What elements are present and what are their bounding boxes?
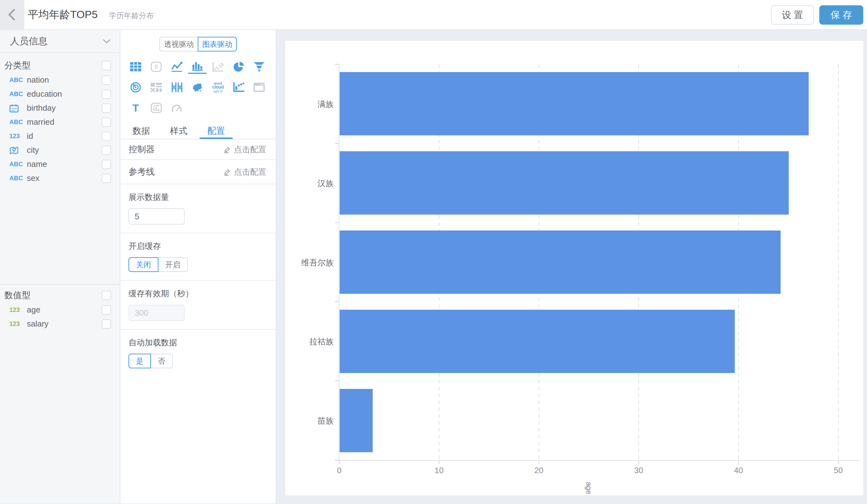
field-group-label: 分类型 [4, 60, 31, 72]
field-checkbox[interactable] [102, 305, 111, 315]
field-item-married[interactable]: ABCmarried [0, 115, 120, 129]
display-count-input[interactable] [128, 208, 185, 225]
kline-chart-icon [171, 82, 183, 93]
bar-chart-icon [191, 60, 204, 72]
dataset-selector[interactable]: 人员信息 [0, 30, 120, 53]
chart-type-china-map[interactable] [187, 77, 208, 98]
controller-row: 控制器 点击配置 [120, 139, 276, 160]
abc-icon: ABC [9, 161, 27, 168]
back-button[interactable] [0, 0, 24, 29]
line-chart-icon [171, 61, 183, 73]
group-checkbox[interactable] [102, 61, 111, 70]
x-axis-line [335, 460, 859, 461]
dataset-name: 人员信息 [10, 35, 47, 48]
cache-option-2[interactable]: 开启 [158, 257, 188, 272]
field-checkbox[interactable] [102, 160, 111, 169]
auto-load-option-1[interactable]: 是 [128, 354, 151, 368]
reference-line-label: 参考线 [128, 166, 155, 178]
field-item-salary[interactable]: 123salary [0, 317, 120, 331]
chart-type-table[interactable] [125, 56, 146, 77]
page-title: 平均年龄TOP5 [28, 8, 98, 22]
x-tick-label: 50 [834, 465, 843, 475]
field-group-1: 分类型ABCnationABCeducationbirthdayABCmarri… [0, 53, 120, 285]
x-tick-label: 30 [634, 465, 643, 475]
bar-苗族[interactable] [340, 389, 373, 452]
abc-icon: ABC [9, 76, 27, 84]
auto-load-section: 自动加载数据 是否 [120, 330, 276, 376]
field-name: city [27, 145, 102, 155]
field-item-birthday[interactable]: birthday [0, 101, 120, 115]
field-item-sex[interactable]: ABCsex [0, 171, 120, 185]
y-axis-line [339, 64, 339, 461]
reference-line-configure-link[interactable]: 点击配置 [223, 167, 266, 178]
abc-icon: ABC [9, 118, 27, 126]
cache-ttl-label: 缓存有效期（秒） [128, 288, 266, 299]
field-name: name [27, 159, 102, 169]
drive-mode-option-1[interactable]: 透视驱动 [159, 37, 199, 52]
config-tabs: 数据样式配置 [120, 125, 276, 139]
bar-chart: 01020304050满族汉族维吾尔族拉祜族苗族age [285, 41, 863, 495]
y-axis-tick [335, 301, 339, 302]
auto-load-option-2[interactable]: 否 [150, 354, 173, 368]
tab-3[interactable]: 配置 [200, 125, 233, 139]
category-label-维吾尔族: 维吾尔族 [285, 257, 334, 268]
reference-line-row: 参考线 点击配置 [120, 160, 276, 184]
field-checkbox[interactable] [102, 319, 111, 329]
treemap-icon [150, 82, 162, 93]
chart-type-text-widget[interactable]: T [125, 98, 146, 118]
x-tick-label: 40 [734, 465, 743, 475]
field-checkbox[interactable] [102, 174, 111, 183]
field-item-city[interactable]: city [0, 143, 120, 157]
bar-拉祜族[interactable] [340, 310, 735, 373]
field-item-education[interactable]: ABCeducation [0, 87, 120, 101]
display-count-section: 展示数据量 [120, 184, 276, 233]
field-name: married [27, 117, 102, 127]
field-group-header: 数值型 [0, 288, 120, 303]
page-subtitle: 学历年龄分布 [109, 11, 154, 21]
field-checkbox[interactable] [102, 118, 111, 127]
field-item-name[interactable]: ABCname [0, 157, 120, 171]
drive-mode-option-2[interactable]: 图表驱动 [198, 37, 237, 52]
chart-type-kline-chart[interactable] [167, 77, 187, 98]
field-checkbox[interactable] [102, 89, 111, 99]
chart-type-bar-chart[interactable] [187, 56, 208, 77]
chart-type-grid: 8wordcloudagile BiT [125, 56, 276, 118]
field-checkbox[interactable] [102, 146, 111, 155]
field-name: birthday [27, 103, 102, 113]
chart-type-scatter-chart [208, 56, 228, 77]
china-map-icon [191, 82, 204, 93]
chart-type-waterfall-chart[interactable] [228, 77, 249, 98]
cache-option-1[interactable]: 关闭 [128, 257, 158, 272]
category-label-拉祜族: 拉祜族 [285, 336, 334, 347]
chart-type-funnel-chart[interactable] [249, 56, 269, 77]
field-item-id[interactable]: 123id [0, 129, 120, 143]
field-item-nation[interactable]: ABCnation [0, 73, 120, 87]
save-button[interactable]: 保 存 [819, 5, 863, 25]
cache-ttl-section: 缓存有效期（秒） [120, 281, 276, 330]
map-pin-icon [9, 146, 27, 155]
chart-type-pie-chart[interactable] [228, 56, 249, 77]
svg-text:8: 8 [154, 63, 158, 70]
123-icon: 123 [9, 306, 27, 313]
tab-2[interactable]: 样式 [162, 125, 195, 139]
bar-满族[interactable] [340, 72, 809, 135]
x-axis-title: age [585, 480, 593, 495]
config-panel: 透视驱动图表驱动 8wordcloudagile BiT 数据样式配置 控制器 … [120, 30, 276, 503]
settings-button[interactable]: 设 置 [771, 5, 814, 25]
chart-type-word-cloud[interactable]: wordcloudagile Bi [208, 77, 228, 98]
tab-1[interactable]: 数据 [125, 125, 158, 139]
field-checkbox[interactable] [102, 132, 111, 141]
field-group-2: 数值型123age123salary [0, 285, 120, 331]
auto-load-label: 自动加载数据 [128, 337, 266, 348]
field-checkbox[interactable] [102, 104, 111, 113]
chart-type-line-chart[interactable] [167, 56, 187, 77]
bar-汉族[interactable] [340, 151, 789, 215]
bar-维吾尔族[interactable] [340, 230, 781, 294]
controller-configure-link[interactable]: 点击配置 [223, 144, 266, 155]
field-checkbox[interactable] [102, 75, 111, 85]
group-checkbox[interactable] [102, 291, 111, 300]
field-item-age[interactable]: 123age [0, 303, 120, 317]
chevron-left-icon [7, 8, 18, 22]
chart-type-gauge-chart [167, 98, 187, 118]
chart-type-radar-chart[interactable] [125, 77, 146, 98]
